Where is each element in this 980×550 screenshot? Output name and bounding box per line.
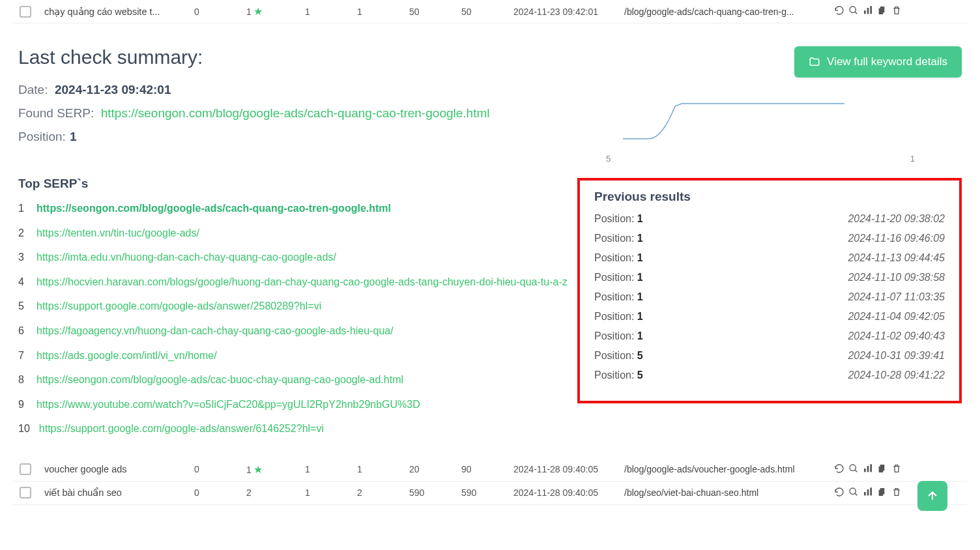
timestamp: 2024-11-28 09:40:05 <box>513 487 624 498</box>
svg-rect-14 <box>867 489 869 495</box>
prev-position: Position: 1 <box>594 291 643 303</box>
serp-link[interactable]: https://seongon.com/blog/google-ads/cach… <box>36 200 391 217</box>
col-e: 590 <box>409 487 461 498</box>
svg-rect-15 <box>870 487 872 495</box>
serp-index: 10 <box>18 420 30 437</box>
copy-icon[interactable] <box>877 487 887 499</box>
serp-link[interactable]: https://fagoagency.vn/huong-dan-cach-cha… <box>36 323 394 340</box>
row-url: /blog/seo/viet-bai-chuan-seo.html <box>624 487 833 498</box>
chart-icon[interactable] <box>863 5 873 18</box>
prev-date: 2024-11-20 09:38:02 <box>848 213 945 225</box>
col-a: 0 <box>194 7 246 17</box>
chart-icon[interactable] <box>863 487 873 499</box>
refresh-icon[interactable] <box>834 487 844 499</box>
col-c: 1 <box>305 487 357 498</box>
search-icon[interactable] <box>848 5 859 18</box>
col-c: 1 <box>305 464 357 474</box>
previous-result-row: Position: 52024-10-31 09:39:41 <box>594 350 945 362</box>
summary-date: Date: 2024-11-23 09:42:01 <box>18 83 577 97</box>
svg-rect-9 <box>870 464 872 472</box>
serp-item: 5https://support.google.com/google-ads/a… <box>18 298 577 315</box>
serp-item: 3https://imta.edu.vn/huong-dan-cach-chay… <box>18 249 577 266</box>
summary-position: Position:1 <box>18 130 577 144</box>
previous-result-row: Position: 12024-11-16 09:46:09 <box>594 233 945 244</box>
col-e: 20 <box>409 464 461 474</box>
svg-point-6 <box>850 465 856 470</box>
prev-date: 2024-11-13 09:44:45 <box>848 252 945 264</box>
chart-icon[interactable] <box>863 463 873 476</box>
col-a: 0 <box>194 487 246 498</box>
serp-link[interactable]: https://support.google.com/google-ads/an… <box>36 298 321 315</box>
copy-icon[interactable] <box>877 5 887 18</box>
prev-position: Position: 1 <box>594 233 643 244</box>
svg-rect-2 <box>867 8 869 14</box>
row-actions <box>833 463 904 476</box>
star-icon: ★ <box>253 6 263 17</box>
folder-icon <box>809 56 820 68</box>
refresh-icon[interactable] <box>834 5 844 18</box>
col-f: 590 <box>461 487 513 498</box>
previous-results-title: Previous results <box>594 190 945 204</box>
timestamp: 2024-11-28 09:40:05 <box>513 464 624 474</box>
serp-index: 1 <box>18 200 27 217</box>
serp-link[interactable]: https://hocvien.haravan.com/blogs/google… <box>36 274 568 291</box>
chart-tick-left: 5 <box>606 154 611 164</box>
row-url: /blog/google-ads/voucher-google-ads.html <box>624 464 833 474</box>
found-serp-link[interactable]: https://seongon.com/blog/google-ads/cach… <box>101 106 490 120</box>
serp-link[interactable]: https://tenten.vn/tin-tuc/google-ads/ <box>36 225 199 242</box>
keyword-text: voucher google ads <box>44 464 194 474</box>
row-checkbox[interactable] <box>20 463 31 475</box>
col-a: 0 <box>194 464 246 474</box>
serp-index: 9 <box>18 396 27 413</box>
keyword-row: voucher google ads 0 1★ 1 1 20 90 2024-1… <box>13 458 967 482</box>
serp-item: 7https://ads.google.com/intl/vi_vn/home/ <box>18 347 577 364</box>
prev-date: 2024-11-02 09:40:43 <box>848 330 945 342</box>
star-icon: ★ <box>253 464 263 475</box>
serp-link[interactable]: https://seongon.com/blog/google-ads/cac-… <box>36 371 403 388</box>
row-checkbox[interactable] <box>20 487 31 499</box>
svg-rect-8 <box>867 466 869 472</box>
previous-results-box: Previous results Position: 12024-11-20 0… <box>577 178 962 403</box>
timestamp: 2024-11-23 09:42:01 <box>513 7 624 17</box>
serp-link[interactable]: https://ads.google.com/intl/vi_vn/home/ <box>36 347 217 364</box>
keyword-text: viết bài chuẩn seo <box>44 487 194 498</box>
previous-result-row: Position: 12024-11-20 09:38:02 <box>594 213 945 225</box>
col-f: 50 <box>461 7 513 17</box>
serp-item: 6https://fagoagency.vn/huong-dan-cach-ch… <box>18 323 577 340</box>
prev-date: 2024-10-28 09:41:22 <box>848 369 945 381</box>
serp-item: 8https://seongon.com/blog/google-ads/cac… <box>18 371 577 388</box>
serp-link[interactable]: https://support.google.com/google-ads/an… <box>39 420 324 437</box>
prev-position: Position: 1 <box>594 252 643 264</box>
row-checkbox[interactable] <box>20 6 31 18</box>
previous-result-row: Position: 12024-11-07 11:03:35 <box>594 291 945 303</box>
search-icon[interactable] <box>848 463 859 476</box>
serp-item: 4https://hocvien.haravan.com/blogs/googl… <box>18 274 577 291</box>
search-icon[interactable] <box>848 487 859 499</box>
col-f: 90 <box>461 464 513 474</box>
refresh-icon[interactable] <box>834 463 844 476</box>
copy-icon[interactable] <box>877 463 887 476</box>
serp-index: 6 <box>18 323 27 340</box>
col-e: 50 <box>409 7 461 17</box>
scroll-top-button[interactable] <box>917 481 947 505</box>
svg-rect-1 <box>864 10 866 14</box>
position-chart: 5 1 <box>577 98 962 164</box>
row-url: /blog/google-ads/cach-quang-cao-tren-g..… <box>624 7 833 17</box>
serp-item: 2https://tenten.vn/tin-tuc/google-ads/ <box>18 225 577 242</box>
prev-position: Position: 1 <box>594 213 643 225</box>
view-details-button[interactable]: View full keyword details <box>794 46 962 78</box>
previous-result-row: Position: 12024-11-02 09:40:43 <box>594 330 945 342</box>
svg-rect-11 <box>879 467 884 472</box>
serp-index: 7 <box>18 347 27 364</box>
col-c: 1 <box>305 7 357 17</box>
prev-date: 2024-11-04 09:42:05 <box>848 311 945 323</box>
delete-icon[interactable] <box>891 487 902 499</box>
top-serps-title: Top SERP`s <box>18 177 577 191</box>
delete-icon[interactable] <box>891 463 902 476</box>
serp-link[interactable]: https://imta.edu.vn/huong-dan-cach-chay-… <box>36 249 336 266</box>
svg-rect-3 <box>870 6 872 14</box>
delete-icon[interactable] <box>891 5 902 18</box>
previous-result-row: Position: 12024-11-10 09:38:58 <box>594 272 945 283</box>
prev-position: Position: 5 <box>594 369 643 381</box>
serp-link[interactable]: https://www.youtube.com/watch?v=o5IiCjFa… <box>36 396 420 413</box>
